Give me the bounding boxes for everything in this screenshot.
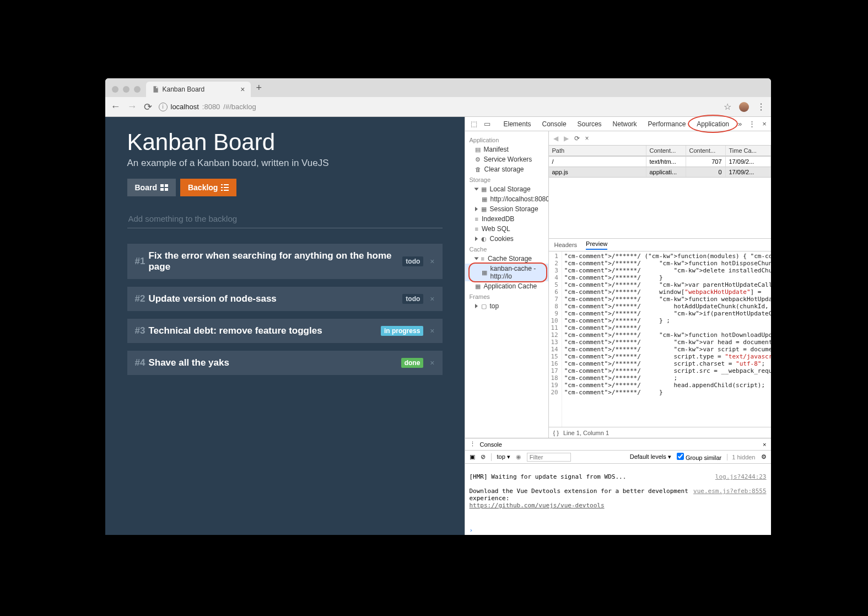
board-button[interactable]: Board bbox=[127, 179, 176, 196]
forward-button[interactable]: → bbox=[127, 101, 137, 113]
console-prompt[interactable]: › bbox=[465, 526, 771, 535]
console-filter[interactable] bbox=[527, 453, 571, 462]
reload-button[interactable]: ⟳ bbox=[144, 101, 152, 113]
devtools-tab-console[interactable]: Console bbox=[537, 117, 572, 131]
console-settings-icon[interactable]: ⚙ bbox=[761, 453, 767, 460]
cell-ctype: applicati... bbox=[646, 167, 686, 177]
tab-close-icon[interactable]: × bbox=[240, 85, 245, 94]
remove-item-icon[interactable]: × bbox=[430, 257, 434, 266]
menu-icon[interactable]: ⋯ bbox=[756, 103, 766, 111]
clear-console-icon[interactable]: ⊘ bbox=[481, 453, 486, 460]
item-number: #3 bbox=[135, 325, 145, 336]
next-icon[interactable]: ▶ bbox=[564, 135, 569, 142]
browser-tab[interactable]: Kanban Board × bbox=[146, 82, 251, 97]
headers-tab[interactable]: Headers bbox=[554, 242, 578, 248]
backlog-item[interactable]: #4 Shave all the yaksdone× bbox=[127, 351, 443, 375]
expand-icon[interactable] bbox=[475, 304, 478, 308]
grid-icon bbox=[160, 184, 168, 191]
sb-indexeddb[interactable]: ≡IndexedDB bbox=[465, 214, 548, 224]
sb-websql[interactable]: ≡Web SQL bbox=[465, 224, 548, 234]
backlog-item[interactable]: #3 Technical debt: remove feature toggle… bbox=[127, 319, 443, 343]
inspect-icon[interactable]: ⬚ bbox=[467, 120, 481, 128]
hidden-count[interactable]: 1 hidden bbox=[727, 454, 755, 460]
devtools-tab-performance[interactable]: Performance bbox=[643, 117, 692, 131]
devtools-close-icon[interactable]: × bbox=[759, 120, 770, 128]
th-content-type[interactable]: Content... bbox=[646, 146, 686, 156]
new-tab-button[interactable]: + bbox=[251, 82, 268, 97]
expand-icon[interactable] bbox=[474, 258, 478, 260]
context-selector[interactable]: top ▾ bbox=[497, 453, 510, 460]
log-source-link[interactable]: vue.esm.js?efeb:8555 bbox=[693, 488, 766, 495]
refresh-icon[interactable]: ⟳ bbox=[574, 135, 580, 142]
sb-session-storage[interactable]: ▦Session Storage bbox=[465, 204, 548, 214]
expand-icon[interactable] bbox=[475, 237, 478, 241]
cache-row[interactable]: app.jsapplicati...017/09/2... bbox=[549, 167, 771, 178]
sb-clear-storage[interactable]: 🗑Clear storage bbox=[465, 164, 548, 174]
item-number: #4 bbox=[135, 357, 145, 368]
devtools-tab-network[interactable]: Network bbox=[607, 117, 643, 131]
devtools-tab-elements[interactable]: Elements bbox=[498, 117, 537, 131]
log-source-link[interactable]: log.js?4244:23 bbox=[715, 473, 767, 480]
th-path[interactable]: Path bbox=[549, 146, 646, 156]
bookmark-icon[interactable]: ☆ bbox=[724, 101, 731, 112]
sb-kanban-cache[interactable]: ▦kanban-cache - http://lo bbox=[465, 264, 548, 281]
cursor-position: Line 1, Column 1 bbox=[563, 430, 609, 436]
storage-icon: ▦ bbox=[481, 206, 487, 213]
address-bar: ← → ⟳ i localhost:8080/#/backlog ☆ ⋯ bbox=[105, 97, 771, 117]
expand-icon[interactable] bbox=[474, 188, 478, 191]
device-icon[interactable]: ▭ bbox=[481, 120, 494, 128]
expand-icon[interactable] bbox=[475, 207, 478, 211]
sb-top-frame[interactable]: ▢top bbox=[465, 301, 548, 311]
preview-tab[interactable]: Preview bbox=[586, 240, 607, 250]
backlog-input[interactable] bbox=[127, 211, 443, 228]
log-levels[interactable]: Default levels ▾ bbox=[630, 453, 671, 460]
omnibox[interactable]: i localhost:8080/#/backlog bbox=[159, 103, 256, 111]
backlog-item[interactable]: #2 Update version of node-sasstodo× bbox=[127, 287, 443, 311]
item-title: Technical debt: remove feature toggles bbox=[148, 325, 322, 336]
sb-manifest[interactable]: ▤Manifest bbox=[465, 144, 548, 154]
cell-time: 17/09/2... bbox=[726, 157, 771, 167]
min-dot[interactable] bbox=[123, 86, 130, 93]
sb-local-storage-origin[interactable]: ▦http://localhost:8080 bbox=[465, 194, 548, 204]
close-dot[interactable] bbox=[112, 86, 118, 93]
tab-strip: Kanban Board × + bbox=[105, 78, 771, 97]
backlog-button[interactable]: Backlog bbox=[180, 179, 236, 196]
cache-table: Path Content... Content... Time Ca... bbox=[549, 146, 771, 157]
page-icon bbox=[152, 85, 159, 93]
braces-icon[interactable]: { } bbox=[553, 430, 559, 436]
drawer-menu-icon[interactable]: ⋮ bbox=[470, 441, 476, 448]
devtools-tab-sources[interactable]: Sources bbox=[572, 117, 607, 131]
devtools-link[interactable]: https://github.com/vuejs/vue-devtools bbox=[470, 502, 605, 509]
profile-avatar[interactable] bbox=[739, 102, 749, 112]
eye-icon[interactable]: ◉ bbox=[516, 453, 521, 460]
remove-item-icon[interactable]: × bbox=[430, 294, 434, 303]
status-badge: todo bbox=[402, 294, 423, 304]
svg-rect-6 bbox=[221, 187, 223, 188]
delete-icon[interactable]: × bbox=[585, 135, 589, 142]
sidebar-toggle-icon[interactable]: ▣ bbox=[470, 453, 475, 460]
sb-local-storage[interactable]: ▦Local Storage bbox=[465, 184, 548, 194]
th-time[interactable]: Time Ca... bbox=[726, 146, 771, 156]
remove-item-icon[interactable]: × bbox=[430, 358, 434, 367]
code-preview[interactable]: 1234567891011121314151617181920 "cm-comm… bbox=[549, 251, 771, 427]
back-button[interactable]: ← bbox=[111, 101, 121, 113]
sb-application-cache[interactable]: ▦Application Cache bbox=[465, 281, 548, 291]
sb-cookies[interactable]: ◐Cookies bbox=[465, 234, 548, 244]
console-close-icon[interactable]: × bbox=[763, 441, 766, 448]
site-info-icon[interactable]: i bbox=[159, 103, 168, 111]
sb-cache-storage[interactable]: ≡Cache Storage bbox=[465, 254, 548, 264]
backlog-item[interactable]: #1 Fix the error when searching for anyt… bbox=[127, 244, 443, 279]
devtools-tabs: ⬚ ▭ ElementsConsoleSourcesNetworkPerform… bbox=[465, 117, 771, 131]
th-content-length[interactable]: Content... bbox=[686, 146, 726, 156]
devtools-tab-application[interactable]: Application bbox=[691, 117, 735, 131]
sb-service-workers[interactable]: ⚙Service Workers bbox=[465, 154, 548, 164]
svg-rect-9 bbox=[224, 190, 229, 191]
devtools-menu-icon[interactable]: ⋮ bbox=[745, 120, 759, 128]
remove-item-icon[interactable]: × bbox=[430, 326, 434, 335]
prev-icon[interactable]: ◀ bbox=[553, 135, 558, 142]
storage-icon: ▦ bbox=[482, 269, 487, 276]
group-similar-checkbox[interactable]: Group similar bbox=[677, 453, 721, 461]
max-dot[interactable] bbox=[134, 86, 141, 93]
devtools-more-icon[interactable]: » bbox=[735, 120, 745, 128]
cache-row[interactable]: /text/htm...70717/09/2... bbox=[549, 157, 771, 167]
